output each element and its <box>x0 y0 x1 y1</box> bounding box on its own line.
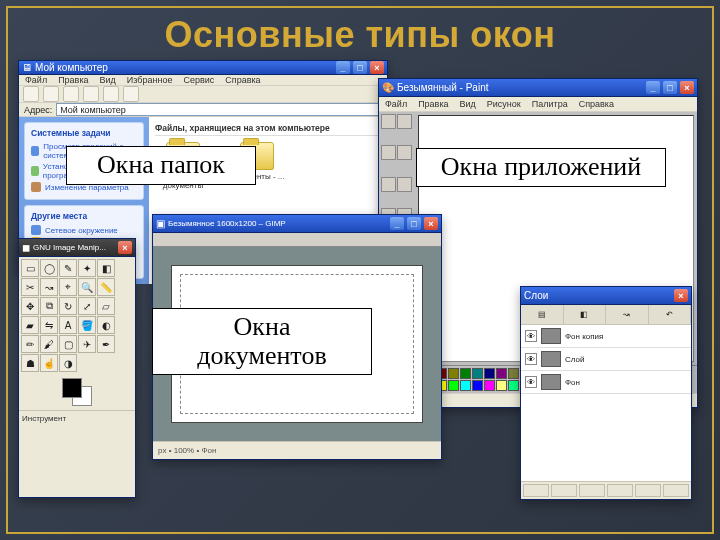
palette-swatch[interactable] <box>448 380 459 391</box>
tool-scale[interactable]: ⤢ <box>78 297 96 315</box>
eye-icon[interactable]: 👁 <box>525 330 537 342</box>
tool-freeform-select[interactable] <box>381 114 396 129</box>
tool-clone[interactable]: ☗ <box>21 354 39 372</box>
close-button[interactable]: × <box>118 241 132 254</box>
close-button[interactable]: × <box>674 289 688 302</box>
tool-smudge[interactable]: ☝ <box>40 354 58 372</box>
lower-layer-button[interactable] <box>579 484 605 497</box>
tool-perspective[interactable]: ▰ <box>21 316 39 334</box>
paint-titlebar[interactable]: 🎨 Безымянный - Paint _ □ × <box>379 79 697 97</box>
tab-channels[interactable]: ◧ <box>564 305 607 324</box>
tool-zoom[interactable]: 🔍 <box>78 278 96 296</box>
views-button[interactable] <box>123 86 139 102</box>
tool-flip[interactable]: ⇋ <box>40 316 58 334</box>
menu-item[interactable]: Файл <box>25 75 47 85</box>
tool-pencil[interactable]: ✏ <box>21 335 39 353</box>
minimize-button[interactable]: _ <box>336 61 350 74</box>
anchor-layer-button[interactable] <box>635 484 661 497</box>
menu-item[interactable]: Файл <box>385 99 407 109</box>
close-button[interactable]: × <box>370 61 384 74</box>
up-button[interactable] <box>63 86 79 102</box>
explorer-titlebar[interactable]: 🖥 Мой компьютер _ □ × <box>19 61 387 75</box>
eye-icon[interactable]: 👁 <box>525 353 537 365</box>
menu-item[interactable]: Справка <box>225 75 260 85</box>
tool-blend[interactable]: ◐ <box>97 316 115 334</box>
eye-icon[interactable]: 👁 <box>525 376 537 388</box>
layer-row[interactable]: 👁Фон <box>521 371 691 394</box>
palette-swatch[interactable] <box>472 380 483 391</box>
palette-swatch[interactable] <box>472 368 483 379</box>
tool-eraser[interactable]: ▢ <box>59 335 77 353</box>
maximize-button[interactable]: □ <box>663 81 677 94</box>
task-item[interactable]: Сетевое окружение <box>31 224 137 236</box>
tool-select[interactable] <box>397 114 412 129</box>
maximize-button[interactable]: □ <box>407 217 421 230</box>
palette-swatch[interactable] <box>496 368 507 379</box>
tool-paths[interactable]: ↝ <box>40 278 58 296</box>
duplicate-layer-button[interactable] <box>607 484 633 497</box>
search-button[interactable] <box>83 86 99 102</box>
close-button[interactable]: × <box>424 217 438 230</box>
menu-item[interactable]: Справка <box>579 99 614 109</box>
palette-swatch[interactable] <box>460 368 471 379</box>
fg-color[interactable] <box>62 378 82 398</box>
palette-swatch[interactable] <box>484 368 495 379</box>
palette-swatch[interactable] <box>496 380 507 391</box>
raise-layer-button[interactable] <box>551 484 577 497</box>
tool-fuzzy-select[interactable]: ✦ <box>78 259 96 277</box>
tool-shear[interactable]: ▱ <box>97 297 115 315</box>
palette-swatch[interactable] <box>484 380 495 391</box>
tool-free-select[interactable]: ✎ <box>59 259 77 277</box>
folders-button[interactable] <box>103 86 119 102</box>
close-button[interactable]: × <box>680 81 694 94</box>
new-layer-button[interactable] <box>523 484 549 497</box>
tool-bucket[interactable]: 🪣 <box>78 316 96 334</box>
tool-dodge[interactable]: ◑ <box>59 354 77 372</box>
gimp-layers-titlebar[interactable]: Слои × <box>521 287 691 305</box>
palette-swatch[interactable] <box>508 368 519 379</box>
tool-fill[interactable] <box>397 145 412 160</box>
palette-swatch[interactable] <box>448 368 459 379</box>
menu-item[interactable]: Вид <box>100 75 116 85</box>
tool-color-select[interactable]: ◧ <box>97 259 115 277</box>
tool-eraser[interactable] <box>381 145 396 160</box>
tool-paintbrush[interactable]: 🖌 <box>40 335 58 353</box>
menu-item[interactable]: Избранное <box>127 75 173 85</box>
gimp-toolbox-titlebar[interactable]: ◼ GNU Image Manip... × <box>19 239 135 257</box>
menu-item[interactable]: Сервис <box>183 75 214 85</box>
menu-item[interactable]: Вид <box>460 99 476 109</box>
tab-layers[interactable]: ▤ <box>521 305 564 324</box>
tool-crop[interactable]: ⧉ <box>40 297 58 315</box>
forward-button[interactable] <box>43 86 59 102</box>
tab-paths[interactable]: ↝ <box>606 305 649 324</box>
tool-ink[interactable]: ✒ <box>97 335 115 353</box>
palette-swatch[interactable] <box>460 380 471 391</box>
tool-measure[interactable]: 📏 <box>97 278 115 296</box>
tool-scissors[interactable]: ✂ <box>21 278 39 296</box>
tool-ellipse-select[interactable]: ◯ <box>40 259 58 277</box>
layer-row[interactable]: 👁Фон копия <box>521 325 691 348</box>
menu-item[interactable]: Правка <box>418 99 448 109</box>
tool-move[interactable]: ✥ <box>21 297 39 315</box>
menu-item[interactable]: Правка <box>58 75 88 85</box>
tool-magnifier[interactable] <box>397 177 412 192</box>
tool-rect-select[interactable]: ▭ <box>21 259 39 277</box>
address-input[interactable]: Мой компьютер <box>56 103 382 116</box>
menu-item[interactable]: Палитра <box>532 99 568 109</box>
maximize-button[interactable]: □ <box>353 61 367 74</box>
tool-picker[interactable] <box>381 177 396 192</box>
fg-bg-colors[interactable] <box>62 378 92 406</box>
gimp-image-titlebar[interactable]: ▣ Безымянное 1600x1200 – GIMP _ □ × <box>153 215 441 233</box>
tool-airbrush[interactable]: ✈ <box>78 335 96 353</box>
palette-swatch[interactable] <box>508 380 519 391</box>
tool-rotate[interactable]: ↻ <box>59 297 77 315</box>
delete-layer-button[interactable] <box>663 484 689 497</box>
minimize-button[interactable]: _ <box>646 81 660 94</box>
minimize-button[interactable]: _ <box>390 217 404 230</box>
tool-text[interactable]: A <box>59 316 77 334</box>
tab-undo[interactable]: ↶ <box>649 305 692 324</box>
tool-color-picker[interactable]: ⌖ <box>59 278 77 296</box>
layer-row[interactable]: 👁Слой <box>521 348 691 371</box>
back-button[interactable] <box>23 86 39 102</box>
menu-item[interactable]: Рисунок <box>487 99 521 109</box>
